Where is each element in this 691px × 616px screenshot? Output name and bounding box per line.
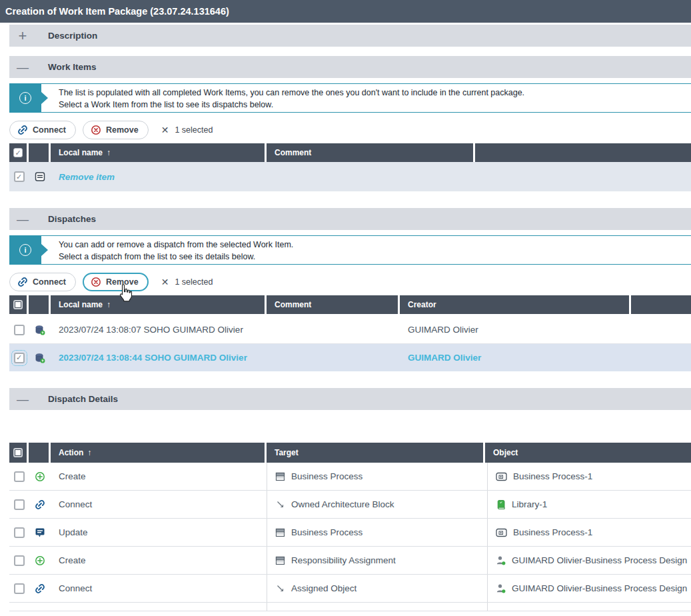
- collapse-minus-icon[interactable]: —: [15, 60, 30, 75]
- select-all-checkbox[interactable]: ✓: [13, 148, 23, 157]
- header-checkbox-cell: [9, 295, 27, 314]
- column-header-local-name[interactable]: Local name ↑: [51, 143, 265, 162]
- process-frame-icon: [496, 527, 507, 538]
- info-icon: i: [19, 92, 31, 104]
- section-label-dispatch-details: Dispatch Details: [48, 394, 118, 404]
- column-header-creator[interactable]: Creator: [400, 295, 629, 314]
- dispatch-detail-row-partial: [9, 603, 691, 611]
- column-header-local-name[interactable]: Local name ↑: [51, 295, 265, 314]
- column-header-action[interactable]: Action ↑: [51, 443, 265, 463]
- section-header-dispatch-details[interactable]: — Dispatch Details: [9, 388, 691, 410]
- dispatch-name[interactable]: 2023/07/24 13:08:44 SOHO GUIMARD Olivier: [59, 353, 247, 363]
- dispatch-row[interactable]: 2023/07/24 13:08:07 SOHO GUIMARD Olivier…: [9, 316, 691, 344]
- header-checkbox-cell: [9, 443, 27, 463]
- column-header-object[interactable]: Object: [485, 443, 691, 463]
- select-all-checkbox[interactable]: [13, 448, 23, 457]
- column-label: Action: [59, 448, 83, 457]
- table-grid-icon: [275, 471, 285, 482]
- dispatch-detail-row[interactable]: Create Responsibility Assignment GUIMARD…: [9, 547, 691, 575]
- dispatch-row-selected[interactable]: ✓ 2023/07/24 13:08:44 SOHO GUIMARD Olivi…: [9, 344, 691, 371]
- header-icon-cell: [29, 295, 49, 314]
- select-all-checkbox[interactable]: [13, 300, 23, 309]
- expand-plus-icon[interactable]: +: [15, 29, 30, 43]
- target-label: Owned Architecture Block: [291, 499, 394, 509]
- row-checkbox[interactable]: [14, 499, 25, 510]
- remove-button[interactable]: Remove: [83, 273, 149, 291]
- row-checkbox[interactable]: [14, 527, 25, 538]
- dispatch-detail-row[interactable]: Create Business Process Business Process…: [9, 463, 691, 491]
- library-book-icon: [496, 499, 506, 510]
- indeterminate-mark: [15, 302, 21, 307]
- action-label: Connect: [59, 583, 92, 593]
- check-icon: ✓: [16, 173, 22, 181]
- row-checkbox[interactable]: [14, 583, 25, 594]
- info-arrow-icon: [41, 92, 48, 104]
- dispatch-database-icon: [35, 325, 45, 335]
- object-label: GUIMARD Olivier-Business Process Design: [512, 555, 687, 565]
- dispatch-detail-row[interactable]: Update Business Process Business Process…: [9, 519, 691, 547]
- row-checkbox[interactable]: [14, 555, 25, 566]
- link-icon: [17, 277, 28, 287]
- action-label: Create: [59, 471, 86, 481]
- dispatches-table-header: Local name ↑ Comment Creator: [9, 295, 691, 314]
- person-icon: [496, 555, 506, 566]
- sort-ascending-icon: ↑: [107, 300, 111, 309]
- remove-circle-icon: [91, 125, 101, 135]
- remove-button-label: Remove: [106, 277, 139, 287]
- remove-circle-icon: [91, 277, 101, 287]
- info-line: You can add or remove a dispatch from th…: [59, 239, 691, 251]
- remove-button-label: Remove: [106, 125, 139, 135]
- column-label: Local name: [59, 300, 103, 309]
- selection-status: ✕ 1 selected: [161, 277, 213, 287]
- section-header-description[interactable]: + Description: [9, 25, 691, 47]
- work-items-toolbar: Connect Remove ✕ 1 selected: [9, 120, 691, 140]
- section-label-dispatches: Dispatches: [48, 214, 96, 224]
- object-label: Business Process-1: [513, 527, 592, 537]
- section-header-work-items[interactable]: — Work Items: [9, 56, 691, 78]
- header-checkbox-cell: ✓: [9, 143, 27, 162]
- sort-ascending-icon: ↑: [87, 448, 91, 457]
- update-note-icon: [35, 527, 45, 538]
- column-header-target[interactable]: Target: [267, 443, 483, 463]
- collapse-minus-icon[interactable]: —: [15, 392, 30, 407]
- remove-button[interactable]: Remove: [83, 121, 149, 139]
- indeterminate-mark: [15, 450, 21, 455]
- dispatch-detail-row[interactable]: Connect Assigned Object GUIMARD Olivier-…: [9, 575, 691, 603]
- section-label-description: Description: [48, 31, 97, 41]
- info-line: The list is populated with all completed…: [59, 87, 691, 99]
- connect-button[interactable]: Connect: [9, 121, 76, 139]
- column-label: Comment: [275, 148, 311, 157]
- connect-button-label: Connect: [33, 277, 66, 287]
- column-label: Target: [275, 448, 299, 457]
- clear-selection-icon[interactable]: ✕: [161, 277, 169, 287]
- target-label: Business Process: [291, 527, 362, 537]
- work-item-icon: [35, 171, 45, 182]
- action-label: Update: [59, 527, 88, 537]
- row-checkbox[interactable]: ✓: [14, 171, 25, 182]
- work-item-row[interactable]: ✓ Remove item: [9, 162, 691, 191]
- dispatch-database-icon: [35, 353, 45, 363]
- diagonal-arrow-icon: [275, 583, 285, 594]
- row-checkbox[interactable]: [14, 471, 25, 482]
- row-checkbox[interactable]: ✓: [14, 353, 25, 363]
- dispatch-details-table-header: Action ↑ Target Object: [9, 443, 691, 463]
- connect-button[interactable]: Connect: [9, 273, 76, 291]
- clear-selection-icon[interactable]: ✕: [161, 125, 169, 135]
- dispatch-creator: GUIMARD Olivier: [408, 353, 481, 363]
- page-title: Creation of Work Item Package (23.07.24.…: [5, 6, 229, 17]
- info-icon: i: [19, 244, 31, 256]
- selected-count-label: 1 selected: [175, 277, 213, 287]
- work-item-name[interactable]: Remove item: [59, 172, 115, 182]
- column-header-empty: [475, 143, 691, 162]
- connect-button-label: Connect: [33, 125, 66, 135]
- column-label: Object: [493, 448, 518, 457]
- column-header-comment[interactable]: Comment: [267, 295, 398, 314]
- collapse-minus-icon[interactable]: —: [15, 212, 30, 227]
- section-header-dispatches[interactable]: — Dispatches: [9, 208, 691, 230]
- column-header-comment[interactable]: Comment: [267, 143, 473, 162]
- dispatch-detail-row[interactable]: Connect Owned Architecture Block Library…: [9, 491, 691, 519]
- dispatch-name[interactable]: 2023/07/24 13:08:07 SOHO GUIMARD Olivier: [59, 325, 243, 335]
- section-label-work-items: Work Items: [48, 62, 97, 72]
- row-checkbox[interactable]: [14, 325, 25, 335]
- header-icon-cell: [29, 443, 49, 463]
